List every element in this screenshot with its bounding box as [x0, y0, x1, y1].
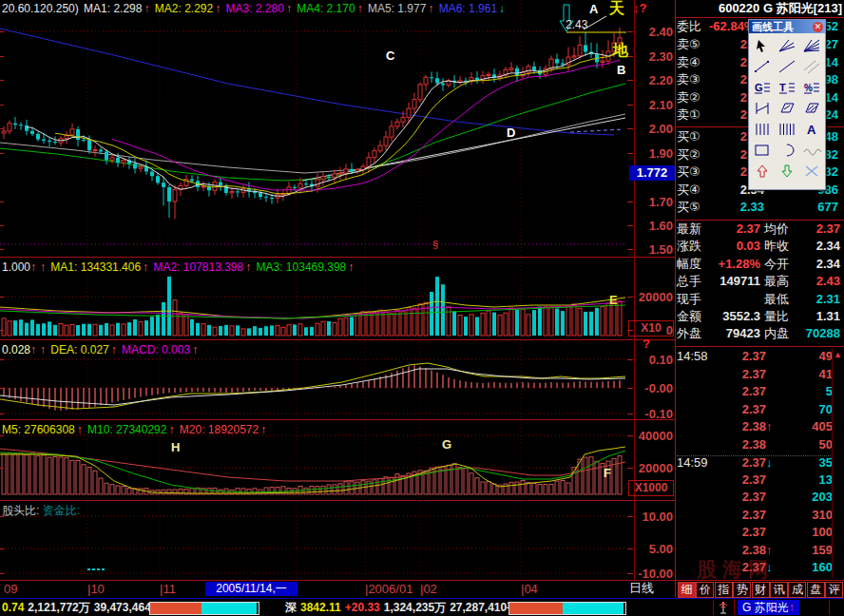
- chart-letter-annotation: D: [507, 126, 515, 140]
- tick-row: 2.37203: [677, 491, 833, 504]
- axis-tick: [0, 388, 4, 389]
- trend-lines-icon[interactable]: [775, 35, 799, 56]
- bottom-tab-3[interactable]: 指: [715, 582, 733, 598]
- bottom-tab-8[interactable]: 盘: [807, 582, 825, 598]
- chart-letter-annotation: B: [617, 64, 625, 77]
- indicator-header: 20.60.120.250) MA1: 2.298↑ MA2: 2.292↑ M…: [2, 2, 507, 15]
- axis-tick: [0, 31, 4, 32]
- hatch-band-2-icon[interactable]: [799, 98, 824, 119]
- bottom-tab-1[interactable]: 细: [678, 582, 696, 598]
- bottom-tab-4[interactable]: 势: [733, 582, 751, 598]
- svg-text:%: %: [804, 83, 813, 93]
- chart-letter-annotation: 天: [609, 2, 624, 15]
- hatch-band-icon[interactable]: [775, 98, 799, 119]
- panel-separator: [0, 419, 675, 420]
- bottom-tab-2[interactable]: 价: [696, 582, 714, 598]
- panel-separator: [0, 580, 675, 581]
- axis-tick: [627, 202, 633, 202]
- axis-tick: [627, 105, 633, 106]
- line-icon[interactable]: [775, 56, 799, 77]
- close-icon[interactable]: ✕: [813, 22, 823, 32]
- time-lines-icon[interactable]: T: [775, 77, 799, 98]
- panel-line: [676, 17, 844, 18]
- parallel-lines-icon[interactable]: [799, 56, 824, 77]
- panel-separator: [0, 500, 675, 501]
- ticklist-scrollbar[interactable]: [832, 348, 833, 578]
- indicator-header: 0.028↑↑ DEA: 0.027↑ MACD: 0.003↑: [2, 343, 200, 356]
- trading-terminal-window: 20.60.120.250) MA1: 2.298↑ MA2: 2.292↑ M…: [0, 0, 844, 616]
- dividend-marker-icon: §: [432, 238, 438, 251]
- main-candlestick-chart[interactable]: [0, 0, 627, 257]
- axis-tick: [0, 249, 4, 250]
- axis-tick: [627, 573, 633, 574]
- bottom-tab-7[interactable]: 成: [788, 582, 806, 598]
- axis-tick: [0, 153, 4, 154]
- chart-letter-annotation: H: [171, 441, 180, 454]
- chart-letter-annotation: 地: [613, 44, 628, 57]
- segment-icon[interactable]: [750, 56, 775, 77]
- info-row: 总手149711最高2.43: [677, 275, 840, 288]
- delete-cross-icon[interactable]: [799, 161, 824, 182]
- axis-tick: [627, 225, 633, 226]
- bottom-tab-5[interactable]: 财: [752, 582, 770, 598]
- chart-letter-annotation: A: [589, 3, 598, 16]
- last-price-tag: 1.772: [629, 165, 675, 181]
- axis-tick: [0, 435, 4, 436]
- axis-tick: [0, 414, 4, 414]
- stock-title: 600220 G 苏阳光[213]: [719, 2, 842, 15]
- tick-row: 2.38↑159: [677, 544, 833, 557]
- arc-icon[interactable]: [775, 140, 799, 161]
- axis-tick: [627, 388, 633, 389]
- bottom-tab-6[interactable]: 讯: [770, 582, 788, 598]
- date-axis-tick: |04: [521, 583, 538, 596]
- axis-multiplier: X1000: [628, 480, 674, 496]
- panel-line: [676, 220, 844, 221]
- ray-fan-icon[interactable]: [799, 35, 824, 56]
- arrow-down-icon[interactable]: [775, 161, 799, 182]
- date-axis-tick: |11: [160, 583, 176, 596]
- rectangle-icon[interactable]: [750, 140, 775, 161]
- axis-tick: [0, 297, 4, 298]
- axis-tick: [627, 128, 633, 129]
- vertical-lines-icon[interactable]: [775, 119, 799, 140]
- indicator-header: M5: 27606308↑ M10: 27340292↑ M20: 189205…: [2, 423, 268, 436]
- question-icon: ?: [643, 337, 650, 351]
- tick-row: 2.3741: [677, 368, 833, 381]
- text-tool-icon[interactable]: A: [799, 119, 824, 140]
- axis-tick: [627, 31, 633, 32]
- axis-tick: [627, 153, 633, 154]
- wave-icon[interactable]: [799, 140, 824, 161]
- status-text: 0.742,121,772万39,473,464手: [2, 601, 166, 614]
- scroll-up-icon[interactable]: ▲: [834, 348, 842, 361]
- volume-ratio-bars: [149, 602, 259, 615]
- stock-tag[interactable]: G 苏阳光↑: [738, 600, 799, 615]
- measure-price-label: 2.43: [566, 18, 587, 31]
- arrow-up-icon[interactable]: [750, 161, 775, 182]
- golden-section-icon[interactable]: G: [750, 77, 775, 98]
- axis-tick: [627, 359, 633, 360]
- bottom-tab-9[interactable]: 评: [825, 582, 843, 598]
- gann-grid-icon[interactable]: [750, 119, 775, 140]
- volume-ratio-bars: [508, 602, 626, 615]
- status-separator: [734, 600, 735, 615]
- info-row: 幅度+1.28%今开2.34: [677, 258, 840, 271]
- info-row: 金额3552.3量比1.31: [677, 310, 840, 323]
- svg-text:G: G: [755, 82, 763, 93]
- sell-ratio-bar: [563, 603, 623, 614]
- tick-row: 2.375: [677, 385, 833, 398]
- chart-letter-annotation: G: [442, 438, 451, 452]
- buy-ratio-bar: [509, 603, 563, 614]
- axis-tick: [627, 414, 633, 414]
- drawing-toolbar-titlebar[interactable]: 画线工具 ✕: [749, 20, 825, 33]
- status-separator: [829, 600, 830, 615]
- date-axis-tick: |10: [87, 583, 105, 596]
- watermark: 股海网: [697, 556, 774, 583]
- status-separator: [713, 600, 714, 615]
- tick-row: 2.38↑405: [677, 420, 833, 433]
- ratio-chart[interactable]: [0, 501, 627, 580]
- pointer-icon[interactable]: [750, 35, 775, 56]
- price-channel-icon[interactable]: [750, 98, 775, 119]
- indicator-header: 1.000↑↑ MA1: 134331.406↑ MA2: 107813.398…: [2, 260, 355, 274]
- percent-lines-icon[interactable]: %: [799, 77, 824, 98]
- panel-line: [676, 346, 844, 347]
